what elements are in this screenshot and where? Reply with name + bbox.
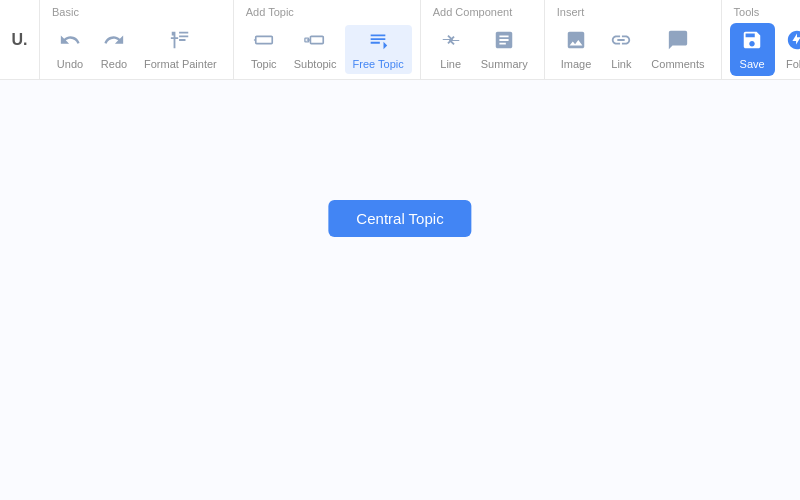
comments-label: Comments — [651, 58, 704, 70]
redo-button[interactable]: Redo — [92, 25, 136, 74]
link-button[interactable]: Link — [599, 25, 643, 74]
group-basic: Basic Undo Redo Format Paint — [40, 0, 234, 79]
save-icon — [741, 29, 763, 54]
comments-icon — [667, 29, 689, 54]
line-label: Line — [440, 58, 461, 70]
comments-button[interactable]: Comments — [643, 25, 712, 74]
group-insert: Insert Image Link Comments — [545, 0, 722, 79]
logo-text: U. — [12, 31, 28, 49]
image-button[interactable]: Image — [553, 25, 600, 74]
topic-button[interactable]: Topic — [242, 25, 286, 74]
undo-button[interactable]: Undo — [48, 25, 92, 74]
line-button[interactable]: Line — [429, 25, 473, 74]
subtopic-button[interactable]: Subtopic — [286, 25, 345, 74]
fold-button[interactable]: Fold — [775, 25, 800, 74]
link-label: Link — [611, 58, 631, 70]
save-button[interactable]: Save — [730, 23, 775, 76]
group-insert-items: Image Link Comments — [553, 20, 713, 79]
free-topic-icon — [367, 29, 389, 54]
subtopic-label: Subtopic — [294, 58, 337, 70]
format-painter-label: Format Painter — [144, 58, 217, 70]
group-add-topic-label: Add Topic — [242, 0, 412, 20]
free-topic-button[interactable]: Free Topic — [345, 25, 412, 74]
group-add-component-label: Add Component — [429, 0, 536, 20]
group-add-component: Add Component Line Summary — [421, 0, 545, 79]
format-painter-button[interactable]: Format Painter — [136, 25, 225, 74]
save-label: Save — [740, 58, 765, 70]
image-icon — [565, 29, 587, 54]
central-topic-button[interactable]: Central Topic — [328, 200, 471, 237]
free-topic-label: Free Topic — [353, 58, 404, 70]
group-basic-items: Undo Redo Format Painter — [48, 20, 225, 79]
group-add-topic: Add Topic Topic Subtopic Fre — [234, 0, 421, 79]
undo-icon — [59, 29, 81, 54]
fold-icon — [786, 29, 800, 54]
canvas-area: Central Topic — [0, 80, 800, 500]
group-tools-items: Save Fold — [730, 20, 800, 79]
format-painter-icon — [169, 29, 191, 54]
topic-label: Topic — [251, 58, 277, 70]
summary-icon — [493, 29, 515, 54]
group-insert-label: Insert — [553, 0, 713, 20]
svg-rect-2 — [311, 36, 324, 43]
link-icon — [610, 29, 632, 54]
line-icon — [440, 29, 462, 54]
svg-marker-5 — [384, 42, 388, 49]
logo-area: U. — [0, 0, 40, 79]
group-basic-label: Basic — [48, 0, 225, 20]
group-tools: Tools Save Fold — [722, 0, 800, 79]
topic-icon — [253, 29, 275, 54]
undo-label: Undo — [57, 58, 83, 70]
toolbar: U. Basic Undo Redo — [0, 0, 800, 80]
subtopic-icon — [304, 29, 326, 54]
group-add-topic-items: Topic Subtopic Free Topic — [242, 20, 412, 79]
summary-button[interactable]: Summary — [473, 25, 536, 74]
redo-icon — [103, 29, 125, 54]
svg-rect-0 — [256, 36, 273, 43]
redo-label: Redo — [101, 58, 127, 70]
image-label: Image — [561, 58, 592, 70]
group-add-component-items: Line Summary — [429, 20, 536, 79]
group-tools-label: Tools — [730, 0, 800, 20]
fold-label: Fold — [786, 58, 800, 70]
summary-label: Summary — [481, 58, 528, 70]
